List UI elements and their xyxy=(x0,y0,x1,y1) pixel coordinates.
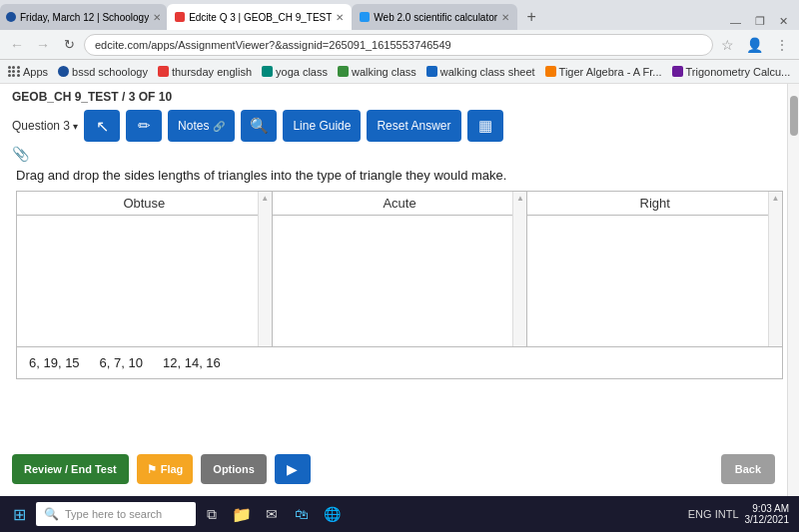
question-text: Drag and drop the sides lengths of trian… xyxy=(16,168,783,183)
tray-locale: ENG INTL xyxy=(688,508,739,520)
notes-link-icon: 🔗 xyxy=(213,121,225,132)
browser-close[interactable]: ✕ xyxy=(774,13,793,30)
tab2-close[interactable]: ✕ xyxy=(336,12,344,23)
search-tool-button[interactable]: 🔍 xyxy=(241,110,277,142)
taskbar-explorer[interactable]: 📁 xyxy=(228,500,256,528)
forward-nav-button[interactable]: → xyxy=(32,34,54,56)
right-scroll-up[interactable]: ▲ xyxy=(769,194,782,203)
tab3-close[interactable]: ✕ xyxy=(501,12,509,23)
notes-button[interactable]: Notes 🔗 xyxy=(168,110,235,142)
bookmark-trig[interactable]: Trigonometry Calcu... xyxy=(672,66,791,78)
tile-2[interactable]: 6, 7, 10 xyxy=(100,355,143,370)
windows-logo-icon: ⊞ xyxy=(13,505,26,524)
task-view-button[interactable]: ⧉ xyxy=(198,500,226,528)
question-dropdown[interactable]: Question 3 ▾ xyxy=(12,119,78,133)
question-area: Drag and drop the sides lengths of trian… xyxy=(0,164,799,191)
obtuse-scroll-up[interactable]: ▲ xyxy=(259,194,272,203)
bookmark-schoology[interactable]: bssd schoology xyxy=(58,66,148,78)
back-label: Back xyxy=(735,463,761,475)
taskbar-store[interactable]: 🛍 xyxy=(288,500,316,528)
attachment-icon[interactable]: 📎 xyxy=(12,146,29,162)
bookmark-trig-label: Trigonometry Calcu... xyxy=(686,66,791,78)
drop-zone-right[interactable]: Right ▲ xyxy=(527,192,782,346)
yoga-icon xyxy=(262,66,273,77)
review-end-test-label: Review / End Test xyxy=(24,463,117,475)
acute-scrollbar[interactable]: ▲ xyxy=(512,192,526,346)
clock-date: 3/12/2021 xyxy=(745,514,790,525)
taskbar-search-text: Type here to search xyxy=(65,508,162,520)
edge-icon: 🌐 xyxy=(324,506,341,522)
task-view-icon: ⧉ xyxy=(207,506,217,523)
taskbar-search-icon: 🔍 xyxy=(44,507,59,521)
store-icon: 🛍 xyxy=(295,506,309,522)
browser-menu-icon[interactable]: ⋮ xyxy=(771,37,793,53)
acute-scroll-up[interactable]: ▲ xyxy=(513,194,526,203)
tab1-label: Friday, March 12 | Schoology xyxy=(20,12,149,23)
bookmark-schoology-label: bssd schoology xyxy=(72,66,148,78)
bookmark-walking-sheet[interactable]: walking class sheet xyxy=(426,66,535,78)
drop-zone-obtuse-body[interactable] xyxy=(17,216,272,345)
reset-answer-button[interactable]: Reset Answer xyxy=(367,110,460,142)
bookmark-thursday-label: thursday english xyxy=(172,66,252,78)
schoology-icon xyxy=(58,66,69,77)
browser-restore[interactable]: ❐ xyxy=(750,13,770,30)
cursor-tool-button[interactable]: ↖ xyxy=(84,110,120,142)
tab2-label: Edcite Q 3 | GEOB_CH 9_TEST xyxy=(189,12,332,23)
system-tray: ENG INTL 9:03 AM 3/12/2021 xyxy=(688,503,795,525)
search-icon: 🔍 xyxy=(250,117,269,135)
tile-1[interactable]: 6, 19, 15 xyxy=(29,355,80,370)
new-tab-button[interactable]: + xyxy=(517,4,545,30)
thursday-icon xyxy=(158,66,169,77)
tab1-close[interactable]: ✕ xyxy=(153,12,161,23)
browser-tab-2[interactable]: Edcite Q 3 | GEOB_CH 9_TEST ✕ xyxy=(167,4,352,30)
drop-zone-acute-body[interactable] xyxy=(273,216,527,345)
tile-3[interactable]: 12, 14, 16 xyxy=(163,355,221,370)
address-bar[interactable]: edcite.com/apps/AssignmentViewer?&assign… xyxy=(84,34,713,56)
flag-button[interactable]: ⚑ Flag xyxy=(137,454,194,484)
bookmark-yoga[interactable]: yoga class xyxy=(262,66,328,78)
back-nav-button[interactable]: ← xyxy=(6,34,28,56)
reset-answer-label: Reset Answer xyxy=(377,119,450,133)
drop-zone-right-body[interactable] xyxy=(527,216,782,345)
pencil-tool-button[interactable]: ✏ xyxy=(126,110,162,142)
windows-start-button[interactable]: ⊞ xyxy=(4,499,34,529)
calculator-button[interactable]: ▦ xyxy=(467,110,503,142)
line-guide-button[interactable]: Line Guide xyxy=(283,110,361,142)
page-scrollbar[interactable] xyxy=(787,84,799,496)
question-label: Question 3 xyxy=(12,119,70,133)
review-end-test-button[interactable]: Review / End Test xyxy=(12,454,129,484)
browser-tab-3[interactable]: Web 2.0 scientific calculator ✕ xyxy=(352,4,517,30)
bookmark-tiger[interactable]: Tiger Algebra - A Fr... xyxy=(545,66,662,78)
trig-icon xyxy=(672,66,683,77)
taskbar-search-bar[interactable]: 🔍 Type here to search xyxy=(36,502,196,526)
breadcrumb: GEOB_CH 9_TEST / 3 OF 10 xyxy=(12,90,787,104)
options-label: Options xyxy=(213,463,255,475)
options-button[interactable]: Options xyxy=(201,454,267,484)
right-scrollbar[interactable]: ▲ xyxy=(768,192,782,346)
app-header: GEOB_CH 9_TEST / 3 OF 10 Question 3 ▾ ↖ … xyxy=(0,84,799,164)
browser-tab-1[interactable]: Friday, March 12 | Schoology ✕ xyxy=(0,4,167,30)
apps-label: Apps xyxy=(23,66,48,78)
next-button[interactable]: ▶ xyxy=(275,454,311,484)
browser-minimize[interactable]: — xyxy=(725,14,746,30)
taskbar-edge[interactable]: 🌐 xyxy=(318,500,346,528)
back-button[interactable]: Back xyxy=(721,454,775,484)
taskbar-mail[interactable]: ✉ xyxy=(258,500,286,528)
drop-zone-acute[interactable]: Acute ▲ xyxy=(273,192,528,346)
obtuse-scrollbar[interactable]: ▲ xyxy=(258,192,272,346)
tiger-icon xyxy=(545,66,556,77)
bookmark-thursday[interactable]: thursday english xyxy=(158,66,252,78)
bookmark-walking-sheet-label: walking class sheet xyxy=(440,66,535,78)
bookmarks-apps[interactable]: Apps xyxy=(8,66,48,78)
flag-label: Flag xyxy=(161,463,184,475)
tab2-favicon xyxy=(175,12,185,22)
bookmark-star-icon[interactable]: ☆ xyxy=(717,37,738,53)
scroll-thumb[interactable] xyxy=(790,96,798,136)
profile-icon[interactable]: 👤 xyxy=(742,37,767,53)
reload-button[interactable]: ↻ xyxy=(58,34,80,56)
flag-icon: ⚑ xyxy=(147,463,157,476)
apps-grid-icon xyxy=(8,66,20,78)
drop-zone-obtuse[interactable]: Obtuse ▲ xyxy=(17,192,273,346)
bookmark-walking[interactable]: walking class xyxy=(338,66,416,78)
tab3-favicon xyxy=(360,12,370,22)
